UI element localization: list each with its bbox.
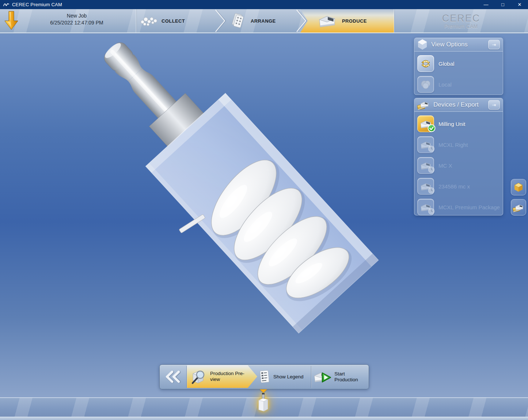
titlebar: CEREC Premium CAM — □ ✕ <box>0 0 528 9</box>
step-separator-icon <box>295 9 308 33</box>
step-collect-label: COLLECT <box>162 18 185 24</box>
devices-export-collapse-button[interactable]: ⇥ <box>488 100 500 110</box>
view-options-items: Global Local <box>414 51 503 97</box>
view-cube-icon <box>417 39 428 50</box>
view-options-panel: View Options ⇥ Global <box>414 38 503 95</box>
minimize-button[interactable]: — <box>478 0 494 9</box>
clock-badge-icon <box>428 145 435 154</box>
mcxl-right-label: MCXL Right <box>438 142 468 148</box>
toolbar-divider <box>311 366 311 388</box>
brand-line1: CEREC <box>442 13 480 24</box>
devices-export-items: Milling Unit MCXL Right <box>414 112 503 220</box>
global-icon <box>417 55 434 72</box>
view-option-global[interactable]: Global <box>417 55 500 72</box>
toolbar-divider <box>186 366 187 388</box>
step-arrange[interactable]: ARRANGE <box>230 9 296 33</box>
device-status-icon <box>417 178 434 195</box>
step-separator-icon <box>214 9 227 33</box>
mcxl-premium-package-label: MCXL Premium Package <box>438 204 500 210</box>
device-status-icon <box>417 136 434 153</box>
device-mcxl-right: MCXL Right <box>417 136 500 153</box>
mc-x-label: MC X <box>438 163 452 169</box>
devices-export-title: Devices / Export <box>433 101 488 108</box>
collect-icon <box>140 14 157 28</box>
legend-icon <box>259 370 270 384</box>
devices-export-edge-toggle[interactable] <box>511 199 526 215</box>
arrange-icon <box>230 13 246 29</box>
milling-unit-label: Milling Unit <box>438 121 465 127</box>
step-arrange-label: ARRANGE <box>251 18 276 24</box>
devices-export-icon <box>513 202 524 213</box>
produce-icon <box>317 12 337 29</box>
global-label: Global <box>438 61 454 67</box>
clock-badge-icon <box>428 208 435 216</box>
back-button[interactable] <box>160 365 186 389</box>
start-production-label: Start Production <box>334 371 368 383</box>
234586-mc-x-label: 234586 mc x <box>438 183 470 190</box>
device-milling-unit[interactable]: Milling Unit <box>417 115 500 132</box>
device-status-icon <box>417 199 434 215</box>
devices-export-panel: Devices / Export ⇥ Milling Unit <box>414 98 503 215</box>
clock-badge-icon <box>428 166 435 175</box>
bottom-toolbar: Production Pre- view Show Legend <box>159 364 369 389</box>
footer-strip <box>0 417 528 420</box>
header-divider <box>136 9 136 33</box>
view-option-local: Local <box>417 76 500 93</box>
show-legend-label: Show Legend <box>273 374 304 380</box>
gold-cube-icon <box>514 183 523 192</box>
production-preview-line2: view <box>210 377 220 382</box>
production-preview-label: Production Pre- view <box>210 371 244 383</box>
brand-logo: CEREC Premium CAM <box>394 9 528 33</box>
production-preview-button[interactable]: Production Pre- view <box>187 365 257 388</box>
step-produce-label: PRODUCE <box>342 18 367 24</box>
back-icon <box>163 371 182 383</box>
step-produce[interactable]: PRODUCE <box>300 9 394 33</box>
close-button[interactable]: ✕ <box>511 0 528 9</box>
brand-line2: Premium CAM <box>444 23 478 29</box>
local-label: Local <box>438 81 452 88</box>
device-234586-mc-x: 234586 mc x <box>417 178 500 195</box>
block-indicator[interactable] <box>256 392 270 414</box>
devices-export-icon <box>417 99 430 110</box>
job-name: New Job <box>22 13 132 19</box>
start-icon <box>312 369 331 385</box>
app-icon <box>3 2 9 7</box>
local-icon <box>417 76 434 93</box>
exit-arrow-button[interactable] <box>4 11 19 31</box>
show-legend-button[interactable]: Show Legend <box>259 365 310 389</box>
check-icon <box>428 124 436 134</box>
job-info: New Job 6/25/2022 12:47:09 PM <box>22 13 132 26</box>
view-options-header: View Options ⇥ <box>414 38 503 51</box>
start-production-button[interactable]: Start Production <box>312 365 368 389</box>
block-indicator-icon <box>256 392 270 413</box>
clock-badge-icon <box>428 187 435 195</box>
devices-export-header: Devices / Export ⇥ <box>414 98 503 112</box>
app-window: CEREC Premium CAM — □ ✕ New Job 6/25/202… <box>0 0 528 420</box>
device-status-icon <box>417 157 434 174</box>
device-mc-x: MC X <box>417 157 500 174</box>
job-timestamp: 6/25/2022 12:47:09 PM <box>22 20 132 26</box>
milling-unit-icon <box>417 115 434 132</box>
view-options-title: View Options <box>431 41 488 48</box>
preview-icon <box>190 369 207 385</box>
step-navigation: New Job 6/25/2022 12:47:09 PM COLLECT <box>0 9 528 33</box>
window-title: CEREC Premium CAM <box>12 2 62 7</box>
step-collect[interactable]: COLLECT <box>140 9 216 33</box>
view-options-collapse-button[interactable]: ⇥ <box>488 40 500 49</box>
window-controls: — □ ✕ <box>478 0 528 9</box>
exit-arrow-icon <box>4 11 19 31</box>
production-preview-line1: Production Pre- <box>210 371 244 376</box>
maximize-button[interactable]: □ <box>494 0 511 9</box>
device-mcxl-premium-package: MCXL Premium Package <box>417 199 500 215</box>
view-options-edge-toggle[interactable] <box>511 179 526 195</box>
